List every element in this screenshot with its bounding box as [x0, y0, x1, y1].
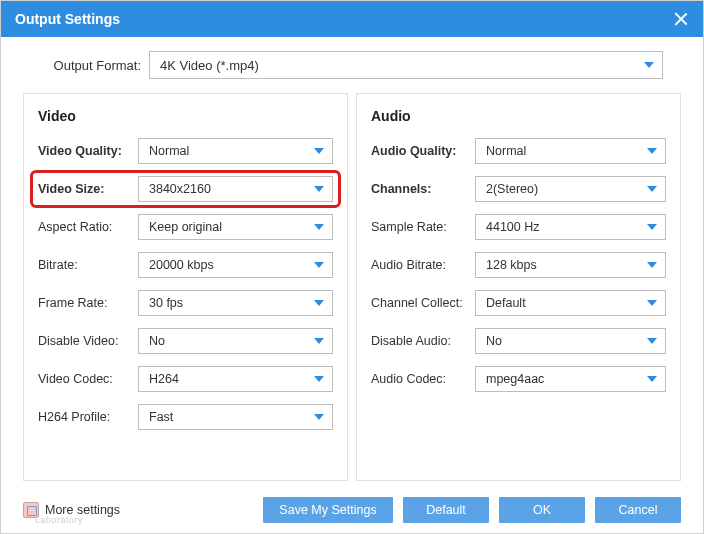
output-format-select[interactable]: 4K Video (*.mp4): [149, 51, 663, 79]
disable-audio-value: No: [486, 334, 502, 348]
sample-rate-select[interactable]: 44100 Hz: [475, 214, 666, 240]
disable-audio-row: Disable Audio: No: [371, 328, 666, 354]
output-settings-window: Output Settings Output Format: 4K Video …: [0, 0, 704, 534]
window-title: Output Settings: [15, 11, 120, 27]
sample-rate-row: Sample Rate: 44100 Hz: [371, 214, 666, 240]
channel-collect-label: Channel Collect:: [371, 296, 475, 310]
watermark-text: Laboratory: [35, 515, 83, 525]
video-quality-select[interactable]: Normal: [138, 138, 333, 164]
output-format-value: 4K Video (*.mp4): [160, 58, 259, 73]
audio-bitrate-label: Audio Bitrate:: [371, 258, 475, 272]
h264-profile-label: H264 Profile:: [38, 410, 138, 424]
default-button[interactable]: Default: [403, 497, 489, 523]
video-heading: Video: [38, 108, 333, 124]
frame-rate-select[interactable]: 30 fps: [138, 290, 333, 316]
disable-audio-select[interactable]: No: [475, 328, 666, 354]
audio-codec-row: Audio Codec: mpeg4aac: [371, 366, 666, 392]
chevron-down-icon: [314, 414, 324, 420]
video-size-label: Video Size:: [38, 182, 138, 196]
cancel-button[interactable]: Cancel: [595, 497, 681, 523]
sample-rate-value: 44100 Hz: [486, 220, 540, 234]
audio-quality-label: Audio Quality:: [371, 144, 475, 158]
video-size-value: 3840x2160: [149, 182, 211, 196]
video-bitrate-label: Bitrate:: [38, 258, 138, 272]
footer: More settings Laboratory Save My Setting…: [1, 487, 703, 533]
disable-video-select[interactable]: No: [138, 328, 333, 354]
chevron-down-icon: [647, 186, 657, 192]
aspect-ratio-row: Aspect Ratio: Keep original: [38, 214, 333, 240]
video-size-row: Video Size: 3840x2160: [38, 176, 333, 202]
disable-video-label: Disable Video:: [38, 334, 138, 348]
frame-rate-row: Frame Rate: 30 fps: [38, 290, 333, 316]
video-size-select[interactable]: 3840x2160: [138, 176, 333, 202]
aspect-ratio-value: Keep original: [149, 220, 222, 234]
video-bitrate-row: Bitrate: 20000 kbps: [38, 252, 333, 278]
channel-collect-row: Channel Collect: Default: [371, 290, 666, 316]
video-codec-row: Video Codec: H264: [38, 366, 333, 392]
disable-audio-label: Disable Audio:: [371, 334, 475, 348]
chevron-down-icon: [647, 338, 657, 344]
output-format-row: Output Format: 4K Video (*.mp4): [1, 37, 703, 93]
video-bitrate-select[interactable]: 20000 kbps: [138, 252, 333, 278]
audio-codec-value: mpeg4aac: [486, 372, 544, 386]
save-my-settings-button[interactable]: Save My Settings: [263, 497, 393, 523]
video-quality-row: Video Quality: Normal: [38, 138, 333, 164]
audio-quality-select[interactable]: Normal: [475, 138, 666, 164]
chevron-down-icon: [314, 300, 324, 306]
video-panel: Video Video Quality: Normal Video Size: …: [23, 93, 348, 481]
chevron-down-icon: [314, 338, 324, 344]
h264-profile-row: H264 Profile: Fast: [38, 404, 333, 430]
audio-codec-label: Audio Codec:: [371, 372, 475, 386]
channels-row: Channels: 2(Stereo): [371, 176, 666, 202]
chevron-down-icon: [647, 262, 657, 268]
video-quality-value: Normal: [149, 144, 189, 158]
video-quality-label: Video Quality:: [38, 144, 138, 158]
channels-value: 2(Stereo): [486, 182, 538, 196]
disable-video-value: No: [149, 334, 165, 348]
titlebar: Output Settings: [1, 1, 703, 37]
chevron-down-icon: [647, 148, 657, 154]
output-format-label: Output Format:: [41, 58, 149, 73]
chevron-down-icon: [314, 224, 324, 230]
chevron-down-icon: [314, 148, 324, 154]
video-bitrate-value: 20000 kbps: [149, 258, 214, 272]
video-codec-select[interactable]: H264: [138, 366, 333, 392]
aspect-ratio-select[interactable]: Keep original: [138, 214, 333, 240]
h264-profile-value: Fast: [149, 410, 173, 424]
video-codec-value: H264: [149, 372, 179, 386]
channels-label: Channels:: [371, 182, 475, 196]
audio-quality-value: Normal: [486, 144, 526, 158]
sample-rate-label: Sample Rate:: [371, 220, 475, 234]
chevron-down-icon: [647, 376, 657, 382]
audio-panel: Audio Audio Quality: Normal Channels: 2(…: [356, 93, 681, 481]
video-codec-label: Video Codec:: [38, 372, 138, 386]
chevron-down-icon: [314, 262, 324, 268]
audio-bitrate-select[interactable]: 128 kbps: [475, 252, 666, 278]
audio-quality-row: Audio Quality: Normal: [371, 138, 666, 164]
frame-rate-value: 30 fps: [149, 296, 183, 310]
channel-collect-value: Default: [486, 296, 526, 310]
channel-collect-select[interactable]: Default: [475, 290, 666, 316]
channels-select[interactable]: 2(Stereo): [475, 176, 666, 202]
chevron-down-icon: [644, 62, 654, 68]
frame-rate-label: Frame Rate:: [38, 296, 138, 310]
disable-video-row: Disable Video: No: [38, 328, 333, 354]
audio-codec-select[interactable]: mpeg4aac: [475, 366, 666, 392]
aspect-ratio-label: Aspect Ratio:: [38, 220, 138, 234]
settings-columns: Video Video Quality: Normal Video Size: …: [1, 93, 703, 487]
chevron-down-icon: [647, 224, 657, 230]
audio-heading: Audio: [371, 108, 666, 124]
audio-bitrate-value: 128 kbps: [486, 258, 537, 272]
ok-button[interactable]: OK: [499, 497, 585, 523]
h264-profile-select[interactable]: Fast: [138, 404, 333, 430]
chevron-down-icon: [314, 376, 324, 382]
close-icon[interactable]: [673, 11, 689, 27]
chevron-down-icon: [647, 300, 657, 306]
chevron-down-icon: [314, 186, 324, 192]
audio-bitrate-row: Audio Bitrate: 128 kbps: [371, 252, 666, 278]
